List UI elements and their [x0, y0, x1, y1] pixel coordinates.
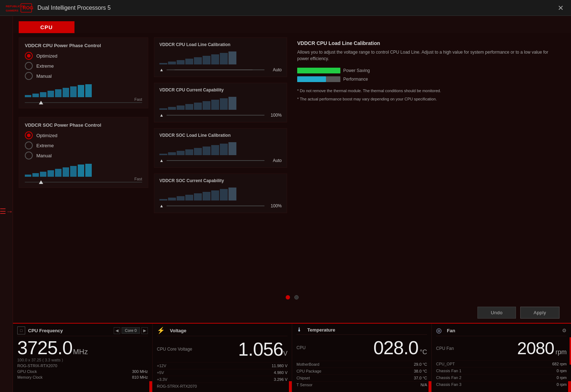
cpu-phase-optimized-radio[interactable] [25, 52, 33, 60]
cpu-current-section: VDDCR CPU Current Capability [154, 83, 287, 122]
performance-bar-inactive [326, 76, 340, 82]
notes-section: * Do not remove the thermal module. The … [297, 88, 561, 102]
soc-current-value: 100% [267, 203, 282, 208]
soc-phase-manual-radio[interactable] [25, 152, 33, 159]
voltage-big-value: 1.056 [238, 338, 283, 360]
gear-icon[interactable]: ⚙ [562, 328, 567, 333]
cpu-system-label: ROG-STRIX-RTX2070 [17, 364, 57, 368]
soc-power-phase-radio-group: Optimized Extreme Manual [25, 131, 142, 159]
cpu-current-slider-arrow: ▲ [159, 113, 164, 118]
apply-button[interactable]: Apply [520, 307, 559, 319]
fan-big-value: 2080 [517, 338, 554, 358]
voltage-unit: V [283, 350, 287, 357]
fan-row-chassis2: Chassis Fan 2 0 rpm [436, 374, 567, 380]
cpu-freq-next[interactable]: ▶ [141, 327, 148, 334]
temp-row-chipset: Chipset 37.0 °C [296, 374, 427, 380]
fan-scroll-indicator [570, 337, 571, 365]
performance-label: Performance [343, 77, 368, 82]
cpu-power-phase-title: VDDCR CPU Power Phase Control [25, 43, 142, 48]
fan-list: CPU_OPT 682 rpm Chassis Fan 1 0 rpm Chas… [436, 360, 567, 387]
nav-expand-icon[interactable]: ☰→ [0, 207, 13, 216]
legend-power-saving: Power Saving [297, 68, 561, 73]
temp-main-row: CPU 028.0 °C [296, 337, 427, 359]
soc-load-line-section: VDDCR SOC Load Line Calibration [154, 128, 287, 168]
cpu-current-title: VDDCR CPU Current Capability [159, 87, 282, 93]
soc-phase-optimized-radio[interactable] [25, 131, 33, 139]
power-saving-bar [297, 68, 340, 73]
main-container: ☰→ CPU VDDCR CPU Power Phase Control [0, 16, 571, 392]
cpu-freq-red-indicator [149, 381, 152, 392]
undo-button[interactable]: Undo [477, 307, 516, 319]
cpu-system-row: ROG-STRIX-RTX2070 [17, 364, 148, 368]
cpu-freq-title: CPU Frequency [28, 328, 63, 333]
temp-icon: 🌡 [296, 326, 302, 333]
cpu-phase-manual[interactable]: Manual [25, 72, 142, 80]
cpu-freq-value-row: 3725.0 MHz [17, 338, 148, 357]
fan-panel: ◎ Fan ⚙ CPU Fan 2080 rpm CPU_OPT [432, 324, 571, 392]
soc-phase-manual[interactable]: Manual [25, 152, 142, 159]
title-bar: REPUBLIC OF GAMERS ROG Dual Intelligent … [0, 0, 571, 16]
settings-panel: VDDCR CPU Power Phase Control Optimized … [13, 33, 571, 323]
soc-phase-extreme-radio[interactable] [25, 141, 33, 149]
soc-current-section: VDDCR SOC Current Capability [154, 174, 287, 213]
voltage-red-indicator [289, 381, 292, 392]
cpu-freq-unit: MHz [73, 348, 88, 356]
tab-cpu[interactable]: CPU [19, 21, 74, 33]
mem-clock-label: Memory Clock [17, 375, 42, 379]
cpu-load-line-section: VDDCR CPU Load Line Calibration [154, 37, 287, 77]
soc-current-title: VDDCR SOC Current Capability [159, 178, 282, 183]
window-title: Dual Intelligent Processors 5 [37, 5, 555, 11]
cpu-phase-extreme-radio[interactable] [25, 62, 33, 70]
cpu-frequency-panel: □ CPU Frequency ◀ Core 0 ▶ 3725.0 MHz 10… [13, 324, 153, 392]
soc-phase-bar-label: Fast [135, 177, 142, 181]
bottom-bar: □ CPU Frequency ◀ Core 0 ▶ 3725.0 MHz 10… [13, 323, 571, 392]
fan-row-cpu-opt: CPU_OPT 682 rpm [436, 360, 567, 366]
dot-2[interactable] [294, 295, 299, 299]
temp-list: MotherBoard 29.0 °C CPU Package 38.0 °C … [296, 361, 427, 387]
voltage-row-3v3: +3.3V 3.296 V [157, 376, 287, 382]
fan-title: Fan [447, 328, 455, 333]
gpu-clock-row: GPU Clock 300 MHz [17, 369, 148, 374]
fan-header: ◎ Fan ⚙ [436, 326, 567, 336]
cpu-phase-extreme[interactable]: Extreme [25, 62, 142, 70]
mem-clock-value: 810 MHz [132, 375, 148, 379]
cpu-current-value: 100% [267, 113, 282, 118]
voltage-title: Voltage [170, 328, 186, 333]
fan-value-row: 2080 rpm [517, 338, 567, 358]
soc-phase-optimized[interactable]: Optimized [25, 131, 142, 139]
cpu-freq-nav: ◀ Core 0 ▶ [114, 327, 148, 334]
voltage-header: ⚡ Voltage [157, 326, 287, 336]
fan-main-row: CPU Fan 2080 rpm [436, 338, 567, 358]
dot-1[interactable] [286, 295, 290, 299]
fan-main-label: CPU Fan [436, 346, 454, 351]
cpu-freq-big-value: 3725.0 [17, 338, 72, 357]
voltage-main-label: CPU Core Voltage [157, 347, 192, 352]
fan-row-chassis3: Chassis Fan 3 0 rpm [436, 381, 567, 387]
cpu-phase-manual-radio[interactable] [25, 72, 33, 80]
note-2: * The actual performance boost may vary … [297, 96, 561, 102]
tab-bar: CPU [13, 16, 571, 33]
cpu-freq-header: □ CPU Frequency ◀ Core 0 ▶ [17, 326, 148, 336]
close-button[interactable]: ✕ [555, 2, 567, 14]
soc-phase-extreme[interactable]: Extreme [25, 141, 142, 149]
left-column: VDDCR CPU Power Phase Control Optimized … [19, 37, 148, 291]
cpu-phase-optimized[interactable]: Optimized [25, 52, 142, 60]
svg-text:ROG: ROG [23, 5, 33, 10]
pagination-dots [19, 291, 565, 304]
side-nav: ☰→ [0, 16, 13, 392]
voltage-panel: ⚡ Voltage CPU Core Voltage 1.056 V +12V … [153, 324, 292, 392]
voltage-main-row: CPU Core Voltage 1.056 V [157, 338, 287, 360]
soc-power-phase-section: VDDCR SOC Power Phase Control Optimized … [19, 117, 148, 188]
content-area: CPU VDDCR CPU Power Phase Control Optimi… [13, 16, 571, 392]
power-saving-label: Power Saving [343, 68, 370, 73]
cpu-freq-prev[interactable]: ◀ [114, 327, 120, 334]
soc-load-slider-arrow: ▲ [159, 158, 164, 163]
soc-current-slider-arrow: ▲ [159, 203, 164, 208]
fan-red-indicator [568, 381, 571, 392]
temp-big-value: 028.0 [373, 337, 418, 359]
soc-load-value: Auto [267, 158, 282, 163]
voltage-value-row: 1.056 V [238, 338, 287, 360]
cpu-freq-core-label: Core 0 [122, 327, 140, 334]
voltage-row-5v: +5V 4.980 V [157, 369, 287, 375]
fan-gear[interactable]: ⚙ [562, 327, 567, 334]
